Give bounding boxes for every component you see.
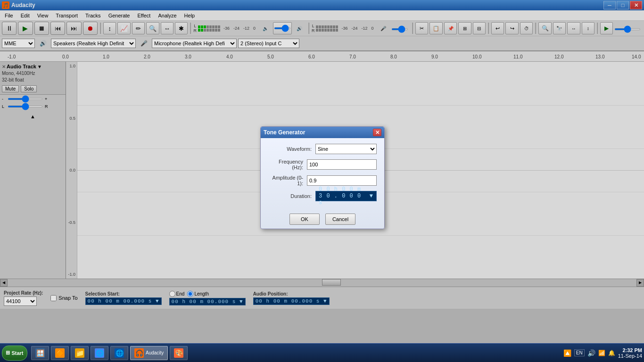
duration-dropdown-icon[interactable]: ▼: [370, 193, 373, 199]
end-label: End: [176, 291, 185, 296]
cut-button[interactable]: ✂: [415, 22, 428, 34]
end-length-display[interactable]: 00 h 00 m 00.000 s ▼: [169, 298, 246, 305]
channels-select[interactable]: 2 (Stereo) Input C: [238, 39, 299, 48]
selection-start-display[interactable]: 00 h 00 m 00.000 s ▼: [85, 297, 162, 305]
horizontal-scrollbar[interactable]: ◀ ▶: [0, 279, 644, 286]
length-radio-option[interactable]: Length: [187, 291, 209, 297]
redo-button[interactable]: ↪: [505, 22, 518, 34]
fit-project-button[interactable]: ↔: [567, 22, 580, 34]
frequency-input[interactable]: [307, 159, 377, 170]
menu-edit[interactable]: Edit: [18, 12, 33, 19]
scroll-track[interactable]: [8, 279, 636, 287]
zoom-in-button[interactable]: 🔍: [538, 22, 551, 34]
taskbar-app-chrome[interactable]: 🌐: [91, 346, 108, 360]
menu-effect[interactable]: Effect: [135, 12, 154, 19]
gain-slider[interactable]: [8, 98, 43, 100]
ruler-mark: 13.0: [595, 54, 604, 59]
snap-button[interactable]: ⏱: [520, 22, 533, 34]
db-scale: 1.0 0.5 0.0 -0.5 -1.0: [66, 62, 77, 279]
length-radio[interactable]: [187, 291, 193, 297]
track-close-button[interactable]: ✕: [2, 64, 6, 69]
output-device-select[interactable]: Speakers (Realtek High Definit: [51, 39, 136, 48]
maximize-button[interactable]: □: [617, 1, 629, 9]
undo-button[interactable]: ↩: [491, 22, 504, 34]
menu-analyze[interactable]: Analyze: [155, 12, 179, 19]
play-at-speed-button[interactable]: ▶: [600, 22, 613, 34]
scroll-left-button[interactable]: ◀: [0, 279, 8, 287]
duration-display[interactable]: 0 0 h 0 0 m 3 0 . 0 0 0 s ▼: [315, 191, 377, 201]
input-db-labels: -36-24-120: [341, 26, 373, 31]
taskbar-app-explorer[interactable]: 📁: [71, 346, 89, 360]
volume-slider-area[interactable]: [273, 22, 291, 34]
stop-button[interactable]: ⏹: [34, 22, 49, 35]
copy-button[interactable]: 📋: [429, 22, 442, 34]
cancel-button[interactable]: Cancel: [325, 214, 355, 225]
audio-position-dropdown[interactable]: ▼: [323, 298, 327, 304]
duration-row: Duration: 0 0 h 0 0 m 3 0 . 0 0 0 s ▼: [268, 191, 377, 201]
snap-to-checkbox[interactable]: [50, 295, 57, 301]
pan-slider[interactable]: [8, 106, 43, 107]
track-collapse-button[interactable]: ▲: [2, 114, 64, 119]
host-select[interactable]: MME: [2, 39, 35, 48]
scroll-thumb[interactable]: [322, 279, 341, 286]
output-volume-slider[interactable]: [274, 27, 291, 29]
track-menu-button[interactable]: ▼: [37, 64, 42, 69]
fit-vertical-button[interactable]: ↕: [582, 22, 594, 34]
menu-view[interactable]: View: [34, 12, 51, 19]
language-indicator[interactable]: EN: [574, 349, 585, 356]
end-radio[interactable]: [169, 291, 175, 297]
audio-position-display[interactable]: 00 h 00 m 00.000 s ▼: [253, 297, 330, 305]
titlebar-left: 🎵 Audacity: [2, 1, 35, 9]
dialog-close-button[interactable]: ✕: [373, 129, 381, 136]
record-button[interactable]: ⏺: [83, 22, 98, 35]
menu-generate[interactable]: Generate: [106, 12, 133, 19]
timeshift-tool-button[interactable]: ↔: [161, 22, 173, 34]
skip-back-button[interactable]: ⏮: [50, 22, 65, 35]
end-length-dropdown[interactable]: ▼: [239, 299, 243, 304]
tray-notification-icon[interactable]: 🔔: [608, 350, 615, 356]
amplitude-input[interactable]: [307, 175, 377, 186]
paste-button[interactable]: 📌: [444, 22, 457, 34]
menu-tracks[interactable]: Tracks: [83, 12, 104, 19]
system-tray: 🔼 EN 🔊 📶 🔔 2:32 PM 11-Sep-14: [563, 347, 642, 359]
skip-fwd-button[interactable]: ⏭: [66, 22, 81, 35]
start-button[interactable]: ⊞ Start: [2, 346, 27, 361]
menu-help[interactable]: Help: [182, 12, 198, 19]
tray-volume-icon[interactable]: 🔊: [587, 349, 595, 357]
close-button[interactable]: ✕: [630, 1, 642, 9]
tray-network-icon[interactable]: 📶: [598, 350, 605, 356]
project-rate-select[interactable]: 44100: [4, 296, 37, 306]
trim-button[interactable]: ⊞: [458, 22, 471, 34]
multi-tool-button[interactable]: ✱: [175, 22, 188, 34]
mute-button[interactable]: Mute: [2, 85, 19, 92]
taskbar-app-paint[interactable]: 🎨: [170, 346, 188, 360]
track-name: Audio Track: [7, 64, 36, 69]
tone-generator-dialog: Tone Generator ✕ Waveform: Sine Square S…: [260, 126, 385, 229]
solo-button[interactable]: Solo: [21, 85, 37, 92]
ok-button[interactable]: OK: [289, 214, 320, 225]
taskbar-app-windows[interactable]: 🪟: [31, 346, 49, 360]
input-volume-slider[interactable]: [391, 28, 408, 30]
pause-button[interactable]: ⏸: [2, 22, 17, 35]
playback-speed-area[interactable]: [614, 25, 642, 31]
envelope-tool-button[interactable]: 📈: [117, 22, 130, 34]
taskbar-app-audacity[interactable]: 🎧 Audacity: [130, 346, 168, 360]
input-device-select[interactable]: Microphone (Realtek High Defi: [152, 39, 237, 48]
playback-speed-slider[interactable]: [614, 28, 641, 30]
zoom-tool-button[interactable]: 🔍: [146, 22, 159, 34]
taskbar-app-network[interactable]: 🌐: [110, 346, 128, 360]
play-button[interactable]: ▶: [18, 22, 33, 35]
zoom-out-button[interactable]: 🔭: [553, 22, 566, 34]
end-radio-option[interactable]: End: [169, 291, 185, 297]
selection-start-dropdown[interactable]: ▼: [156, 298, 159, 304]
scroll-right-button[interactable]: ▶: [636, 279, 644, 287]
draw-tool-button[interactable]: ✏: [132, 22, 145, 34]
input-volume-area[interactable]: [391, 25, 410, 31]
selection-tool-button[interactable]: ↕: [103, 22, 116, 34]
taskbar-app-vlc[interactable]: 🔶: [51, 346, 69, 360]
waveform-select[interactable]: Sine Square Sawtooth Square, no alias: [315, 144, 377, 154]
menu-transport[interactable]: Transport: [53, 12, 81, 19]
silence-button[interactable]: ⊟: [473, 22, 486, 34]
minimize-button[interactable]: ─: [603, 1, 616, 9]
menu-file[interactable]: File: [2, 12, 16, 19]
